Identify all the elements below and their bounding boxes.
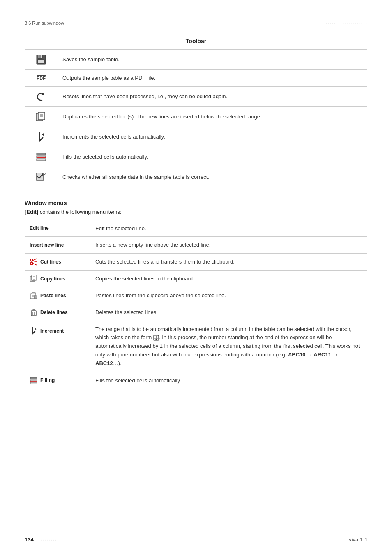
reset-icon xyxy=(35,91,47,102)
duplicate-icon xyxy=(35,111,47,123)
table-row: Checks whether all sample data in the sa… xyxy=(25,167,367,187)
svg-rect-34 xyxy=(31,311,36,316)
window-menus-subtitle: [Edit] contains the following menu items… xyxy=(25,209,367,215)
menu-label-increment: + Increment xyxy=(25,321,90,372)
svg-rect-6 xyxy=(38,112,45,120)
filling-icon xyxy=(30,376,38,384)
page: 3.6 Run subwindow ···················· T… xyxy=(0,0,392,555)
svg-text:+: + xyxy=(42,132,44,137)
table-row: + Increment The range that is to be auto… xyxy=(25,321,367,372)
svg-rect-3 xyxy=(39,56,41,58)
svg-rect-15 xyxy=(37,159,46,161)
footer-page-number: 134 ········· xyxy=(25,536,57,543)
header-section-label: 3.6 Run subwindow xyxy=(25,21,64,25)
footer: 134 ········· viva 1.1 xyxy=(25,536,367,543)
svg-line-22 xyxy=(32,263,37,265)
menu-label-insert-new-line: Insert new line xyxy=(25,237,90,254)
table-row: Delete lines Deletes the selected lines. xyxy=(25,304,367,321)
icon-cell-check xyxy=(25,167,58,187)
check-icon xyxy=(35,171,47,183)
table-row: Edit line Edit the selected line. xyxy=(25,220,367,237)
menu-label-filling: Filling xyxy=(25,372,90,389)
pdf-description: Outputs the sample table as a PDF file. xyxy=(58,70,367,87)
delete-lines-icon xyxy=(30,308,38,317)
table-row: + Increments the selected cells automati… xyxy=(25,127,367,147)
icon-cell-pdf: PDF xyxy=(25,70,58,87)
subtitle-rest: contains the following menu items: xyxy=(38,209,121,215)
fill-icon xyxy=(35,151,47,163)
menu-desc-paste-lines: Pastes lines from the clipboard above th… xyxy=(90,287,367,304)
window-menus-title: Window menus xyxy=(25,200,367,206)
menu-increment-icon: + xyxy=(30,327,38,335)
menu-label-edit-line: Edit line xyxy=(25,220,90,237)
table-row: Duplicates the selected line(s). The new… xyxy=(25,106,367,127)
duplicate-description: Duplicates the selected line(s). The new… xyxy=(58,106,367,127)
table-row: Filling Fills the selected cells automat… xyxy=(25,372,367,389)
svg-rect-33 xyxy=(34,296,37,299)
fill-description: Fills the selected cells automatically. xyxy=(58,147,367,167)
edit-bracket-label: [Edit] xyxy=(25,209,38,215)
icon-cell-reset xyxy=(25,86,58,106)
menu-label-paste-lines: Paste lines xyxy=(25,287,90,304)
check-description: Checks whether all sample data in the sa… xyxy=(58,167,367,187)
icon-cell-fill xyxy=(25,147,58,167)
table-row: Fills the selected cells automatically. xyxy=(25,147,367,167)
table-row: Insert new line Inserts a new empty line… xyxy=(25,237,367,254)
pdf-icon: PDF xyxy=(35,75,47,81)
menu-label-delete-lines: Delete lines xyxy=(25,304,90,321)
reset-description: Resets lines that have been processed, i… xyxy=(58,86,367,106)
toolbar-table: Saves the sample table. PDF Outputs the … xyxy=(25,49,367,187)
svg-text:+: + xyxy=(35,327,37,331)
icon-cell-duplicate xyxy=(25,106,58,127)
menu-desc-delete-lines: Deletes the selected lines. xyxy=(90,304,367,321)
svg-point-20 xyxy=(30,262,33,265)
toolbar-title: Toolbar xyxy=(25,38,367,44)
copy-lines-icon xyxy=(30,275,38,283)
icon-cell-save xyxy=(25,50,58,70)
svg-rect-13 xyxy=(37,153,46,155)
svg-rect-43 xyxy=(30,377,37,379)
menu-table: Edit line Edit the selected line. Insert… xyxy=(25,220,367,389)
table-row: PDF Outputs the sample table as a PDF fi… xyxy=(25,70,367,87)
svg-rect-30 xyxy=(32,292,35,294)
save-description: Saves the sample table. xyxy=(58,50,367,70)
paste-lines-icon xyxy=(30,291,38,300)
menu-desc-insert-new-line: Inserts a new empty line above the selec… xyxy=(90,237,367,254)
menu-desc-copy-lines: Copies the selected lines to the clipboa… xyxy=(90,270,367,287)
increment-description: Increments the selected cells automatica… xyxy=(58,127,367,147)
svg-line-21 xyxy=(32,259,37,261)
menu-desc-filling: Fills the selected cells automatically. xyxy=(90,372,367,389)
table-row: Copy lines Copies the selected lines to … xyxy=(25,270,367,287)
table-row: Paste lines Pastes lines from the clipbo… xyxy=(25,287,367,304)
table-row: Resets lines that have been processed, i… xyxy=(25,86,367,106)
svg-point-19 xyxy=(30,259,33,261)
svg-rect-25 xyxy=(32,275,37,280)
menu-desc-cut-lines: Cuts the selected lines and transfers th… xyxy=(90,253,367,270)
icon-cell-increment: + xyxy=(25,127,58,147)
save-icon xyxy=(35,54,47,65)
table-row: Saves the sample table. xyxy=(25,50,367,70)
menu-label-cut-lines: Cut lines xyxy=(25,253,90,270)
menu-desc-edit-line: Edit the selected line. xyxy=(90,220,367,237)
menu-desc-increment: The range that is to be automatically in… xyxy=(90,321,367,372)
header-dots: ···················· xyxy=(326,21,367,25)
header: 3.6 Run subwindow ···················· xyxy=(25,21,367,25)
table-row: Cut lines Cuts the selected lines and tr… xyxy=(25,253,367,270)
footer-version: viva 1.1 xyxy=(349,536,367,543)
menu-label-copy-lines: Copy lines xyxy=(25,270,90,287)
increment-icon: + xyxy=(35,131,47,143)
svg-rect-45 xyxy=(30,382,37,384)
cut-lines-icon xyxy=(30,258,38,266)
cursor-icon xyxy=(153,335,159,341)
svg-rect-2 xyxy=(38,60,44,63)
